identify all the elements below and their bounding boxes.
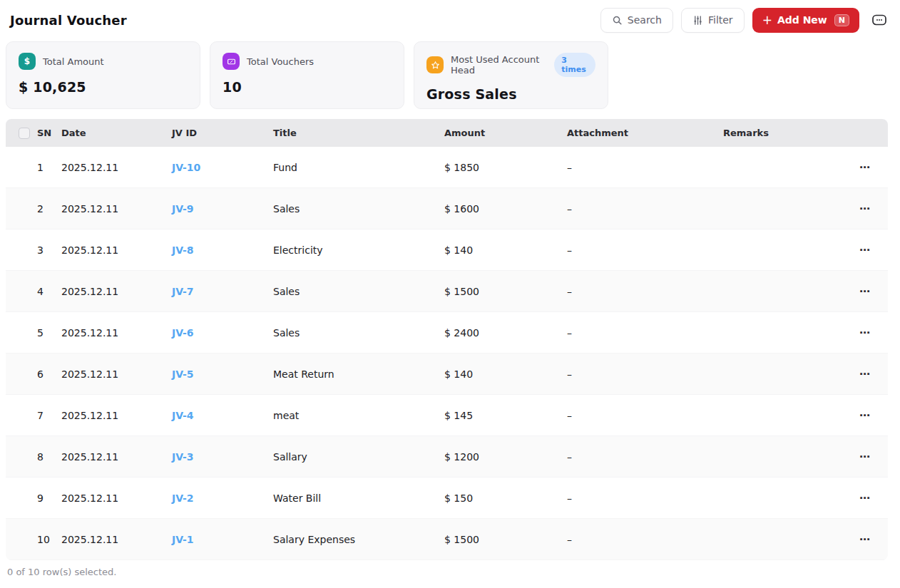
cell-title: Sales <box>273 286 444 297</box>
stat-card-value: $ 10,625 <box>19 79 188 95</box>
voucher-ticket-icon <box>223 53 240 70</box>
cell-sn: 7 <box>37 410 61 421</box>
table-row[interactable]: 4 2025.12.11 JV-7 Sales $ 1500 – ⋯ <box>6 271 888 312</box>
table-row[interactable]: 7 2025.12.11 JV-4 meat $ 145 – ⋯ <box>6 395 888 436</box>
jv-id-link[interactable]: JV-6 <box>172 327 194 339</box>
stat-card-total-vouchers: Total Vouchers 10 <box>210 41 404 109</box>
header-checkbox-cell <box>6 128 37 139</box>
cell-jv-id: JV-6 <box>172 327 273 339</box>
stat-card-most-used: Most Used Account Head 3 times Gross Sal… <box>414 41 608 109</box>
table-row[interactable]: 3 2025.12.11 JV-8 Electricity $ 140 – ⋯ <box>6 229 888 271</box>
cell-sn: 3 <box>37 244 61 256</box>
row-actions-button[interactable]: ⋯ <box>859 287 871 297</box>
cell-jv-id: JV-10 <box>172 162 273 173</box>
cell-jv-id: JV-7 <box>172 286 273 297</box>
row-actions-button[interactable]: ⋯ <box>859 411 871 421</box>
cell-attachment: – <box>567 451 723 463</box>
cell-date: 2025.12.11 <box>61 203 172 215</box>
cell-title: Meat Return <box>273 368 444 380</box>
table-header-row: SN Date JV ID Title Amount Attachment Re… <box>6 119 888 147</box>
jv-id-link[interactable]: JV-8 <box>172 244 194 256</box>
col-header-attachment: Attachment <box>567 128 723 138</box>
filter-button[interactable]: Filter <box>681 8 745 33</box>
filter-button-label: Filter <box>708 14 733 26</box>
search-button[interactable]: Search <box>600 8 673 33</box>
cell-jv-id: JV-8 <box>172 244 273 256</box>
row-actions-button[interactable]: ⋯ <box>859 369 871 380</box>
table-row[interactable]: 8 2025.12.11 JV-3 Sallary $ 1200 – ⋯ <box>6 436 888 478</box>
cell-sn: 2 <box>37 203 61 215</box>
row-actions-button[interactable]: ⋯ <box>859 535 871 545</box>
cell-attachment: – <box>567 162 723 173</box>
jv-id-link[interactable]: JV-9 <box>172 203 194 215</box>
row-actions-button[interactable]: ⋯ <box>859 163 871 173</box>
jv-id-link[interactable]: JV-10 <box>172 162 200 173</box>
cell-amount: $ 1200 <box>444 451 567 463</box>
more-options-button[interactable] <box>871 13 887 27</box>
search-icon <box>612 15 623 26</box>
row-actions-button[interactable]: ⋯ <box>859 493 871 504</box>
cell-attachment: – <box>567 368 723 380</box>
cell-amount: $ 1500 <box>444 286 567 297</box>
voucher-table: SN Date JV ID Title Amount Attachment Re… <box>6 119 888 560</box>
select-all-checkbox[interactable] <box>19 128 30 139</box>
cell-actions: ⋯ <box>842 162 888 173</box>
cell-date: 2025.12.11 <box>61 410 172 421</box>
cell-title: Fund <box>273 162 444 173</box>
cell-date: 2025.12.11 <box>61 451 172 463</box>
cell-jv-id: JV-3 <box>172 451 273 463</box>
cell-date: 2025.12.11 <box>61 327 172 339</box>
row-actions-button[interactable]: ⋯ <box>859 204 871 215</box>
jv-id-link[interactable]: JV-2 <box>172 492 194 504</box>
cell-actions: ⋯ <box>842 368 888 380</box>
cell-attachment: – <box>567 327 723 339</box>
topbar-actions: Search Filter + Add New N <box>600 8 887 33</box>
stat-card-value: 10 <box>223 79 392 95</box>
cell-date: 2025.12.11 <box>61 534 172 545</box>
cell-sn: 5 <box>37 327 61 339</box>
topbar: Journal Voucher Search Filter + <box>0 0 900 38</box>
table-row[interactable]: 2 2025.12.11 JV-9 Sales $ 1600 – ⋯ <box>6 188 888 229</box>
table-row[interactable]: 6 2025.12.11 JV-5 Meat Return $ 140 – ⋯ <box>6 354 888 395</box>
cell-attachment: – <box>567 286 723 297</box>
table-row[interactable]: 1 2025.12.11 JV-10 Fund $ 1850 – ⋯ <box>6 147 888 188</box>
cell-actions: ⋯ <box>842 286 888 297</box>
dollar-icon: $ <box>19 53 36 70</box>
row-actions-button[interactable]: ⋯ <box>859 452 871 463</box>
cell-title: Water Bill <box>273 492 444 504</box>
add-new-button-label: Add New <box>777 14 827 26</box>
cell-date: 2025.12.11 <box>61 244 172 256</box>
cell-attachment: – <box>567 203 723 215</box>
cell-actions: ⋯ <box>842 203 888 215</box>
col-header-date: Date <box>61 128 172 138</box>
star-icon <box>426 56 444 73</box>
cell-attachment: – <box>567 410 723 421</box>
cell-attachment: – <box>567 244 723 256</box>
jv-id-link[interactable]: JV-5 <box>172 368 194 380</box>
table-row[interactable]: 9 2025.12.11 JV-2 Water Bill $ 150 – ⋯ <box>6 478 888 519</box>
ellipsis-box-icon <box>871 13 887 27</box>
col-header-sn: SN <box>37 128 61 138</box>
cell-sn: 8 <box>37 451 61 463</box>
cell-attachment: – <box>567 534 723 545</box>
jv-id-link[interactable]: JV-3 <box>172 451 194 463</box>
row-actions-button[interactable]: ⋯ <box>859 245 871 256</box>
cell-title: Salary Expenses <box>273 534 444 545</box>
jv-id-link[interactable]: JV-7 <box>172 286 194 297</box>
jv-id-link[interactable]: JV-4 <box>172 410 194 421</box>
cell-actions: ⋯ <box>842 244 888 256</box>
keyboard-shortcut-badge: N <box>834 14 849 26</box>
jv-id-link[interactable]: JV-1 <box>172 534 194 545</box>
cell-date: 2025.12.11 <box>61 368 172 380</box>
cell-sn: 1 <box>37 162 61 173</box>
row-actions-button[interactable]: ⋯ <box>859 328 871 339</box>
table-row[interactable]: 10 2025.12.11 JV-1 Salary Expenses $ 150… <box>6 519 888 560</box>
cell-sn: 4 <box>37 286 61 297</box>
cell-sn: 6 <box>37 368 61 380</box>
table-row[interactable]: 5 2025.12.11 JV-6 Sales $ 2400 – ⋯ <box>6 312 888 354</box>
cell-title: Sales <box>273 203 444 215</box>
add-new-button[interactable]: + Add New N <box>752 8 859 33</box>
cell-amount: $ 1600 <box>444 203 567 215</box>
cell-title: Sallary <box>273 451 444 463</box>
cell-date: 2025.12.11 <box>61 162 172 173</box>
